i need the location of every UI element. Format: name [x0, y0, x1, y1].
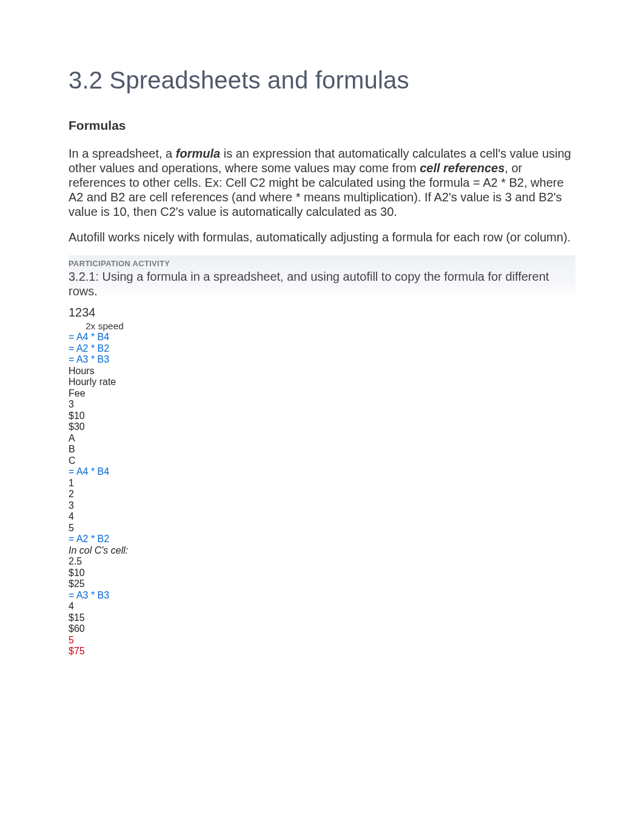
example-line: 2 — [69, 489, 575, 500]
page-title: 3.2 Spreadsheets and formulas — [69, 67, 575, 94]
example-line: 4 — [69, 601, 575, 612]
example-line: A — [69, 433, 575, 444]
example-line: = A3 * B3 — [69, 354, 575, 366]
example-line: Hourly rate — [69, 377, 575, 388]
activity-label: PARTICIPATION ACTIVITY — [69, 259, 575, 268]
example-line: $30 — [69, 421, 575, 433]
example-line: Hours — [69, 366, 575, 377]
example-line: In col C's cell: — [69, 545, 575, 557]
example-line: = A2 * B2 — [69, 534, 575, 545]
example-line: = A4 * B4 — [69, 332, 575, 343]
example-line: $25 — [69, 578, 575, 590]
example-line: 1 — [69, 478, 575, 489]
example-line: 5 — [69, 523, 575, 534]
example-line: = A4 * B4 — [69, 466, 575, 478]
example-line: B — [69, 444, 575, 455]
activity-title: 3.2.1: Using a formula in a spreadsheet,… — [69, 269, 575, 298]
example-line: 5 — [69, 635, 575, 646]
term-formula: formula — [176, 147, 220, 160]
example-lines: = A4 * B4= A2 * B2= A3 * B3HoursHourly r… — [69, 332, 575, 657]
para1-pre: In a spreadsheet, a — [69, 147, 176, 160]
example-line: $60 — [69, 623, 575, 635]
example-line: $10 — [69, 568, 575, 579]
example-line: 3 — [69, 399, 575, 411]
paragraph-formula-definition: In a spreadsheet, a formula is an expres… — [69, 146, 575, 219]
section-heading-formulas: Formulas — [69, 118, 575, 133]
paragraph-autofill: Autofill works nicely with formulas, aut… — [69, 230, 575, 244]
example-line: 4 — [69, 511, 575, 523]
example-line: 2.5 — [69, 556, 575, 568]
example-line: $15 — [69, 612, 575, 624]
page-container: 3.2 Spreadsheets and formulas Formulas I… — [0, 0, 644, 694]
example-line: $10 — [69, 411, 575, 422]
counter-1234: 1234 — [69, 306, 575, 320]
participation-activity: PARTICIPATION ACTIVITY 3.2.1: Using a fo… — [69, 255, 575, 298]
term-cell-references: cell references — [420, 161, 505, 175]
example-line: Fee — [69, 388, 575, 400]
example-line: = A3 * B3 — [69, 590, 575, 602]
example-line: = A2 * B2 — [69, 343, 575, 355]
example-line: $75 — [69, 646, 575, 657]
example-line: C — [69, 455, 575, 467]
speed-label: 2x speed — [86, 321, 575, 332]
example-line: 3 — [69, 500, 575, 512]
